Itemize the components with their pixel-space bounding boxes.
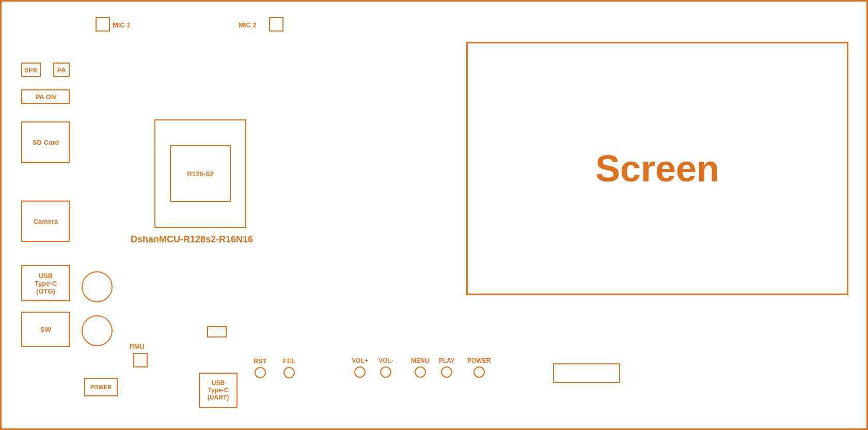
button-circle-2 — [82, 315, 113, 346]
screen-box: Screen — [466, 42, 848, 295]
mic1-box — [96, 17, 110, 32]
vol-minus-group: VOL- — [378, 357, 393, 378]
pa-box: PA — [53, 63, 70, 77]
mic1-label: MIC 1 — [113, 21, 131, 29]
small-rect-center — [207, 326, 227, 337]
rst-group: RST — [254, 357, 267, 378]
pmu-label: PMU — [130, 343, 145, 350]
bottom-right-box — [553, 363, 620, 383]
menu-group: MENU — [411, 357, 429, 378]
spk-box: SPK — [21, 63, 41, 77]
fel-label: FEL — [283, 357, 296, 365]
rst-button[interactable] — [255, 367, 266, 378]
usb-uart-box: USB Type-C (UART) — [199, 373, 238, 408]
vol-plus-button[interactable] — [354, 366, 366, 378]
camera-box: Camera — [21, 201, 70, 242]
play-group: PLAY — [439, 357, 455, 378]
screen-label: Screen — [595, 147, 719, 190]
sd-card-box: SD Card — [21, 121, 70, 163]
vol-plus-label: VOL+ — [352, 357, 368, 364]
rst-label: RST — [254, 357, 267, 365]
r128s2-inner-box: R128-S2 — [170, 145, 231, 202]
board-title-label: DshanMCU-R128s2-R16N16 — [131, 234, 253, 245]
power-group: POWER — [467, 357, 491, 378]
play-button[interactable] — [441, 366, 452, 378]
fel-group: FEL — [283, 357, 296, 378]
play-label: PLAY — [439, 357, 455, 364]
mic2-label: MIC 2 — [239, 21, 257, 29]
usb-otg-box: USB Type-C (OTG) — [21, 265, 70, 301]
power-button[interactable] — [474, 366, 485, 378]
power-label: POWER — [467, 357, 491, 364]
mic2-box — [269, 17, 283, 32]
fel-button[interactable] — [283, 367, 295, 378]
menu-label: MENU — [411, 357, 429, 364]
menu-button[interactable] — [415, 366, 426, 378]
power-bottom-box: POWER — [84, 378, 118, 396]
pmu-box — [133, 353, 148, 367]
button-circle-1 — [82, 271, 113, 302]
board: MIC 1 MIC 2 SPK PA PA ON SD Card Camera … — [0, 0, 868, 430]
sw-box: SW — [21, 312, 70, 347]
vol-plus-group: VOL+ — [352, 357, 368, 378]
vol-minus-label: VOL- — [378, 357, 393, 364]
vol-minus-button[interactable] — [380, 366, 391, 378]
pa-on-box: PA ON — [21, 89, 70, 104]
